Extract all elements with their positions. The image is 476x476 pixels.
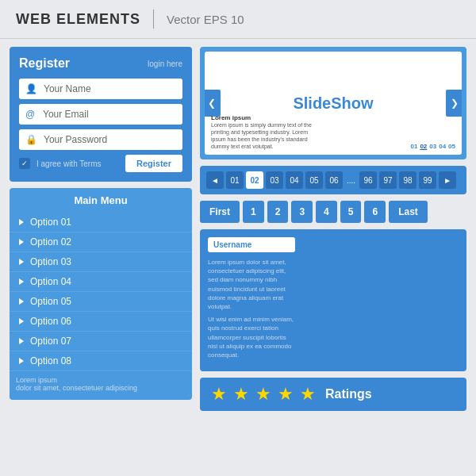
right-column: ❮ SlideShow ❯ Lorem ipsum Lorem ipsum is… — [192, 47, 466, 472]
card-para-1: Lorem ipsum dolor sit amet, consectetuer… — [208, 258, 295, 311]
star-5[interactable]: ★ — [300, 384, 316, 405]
page-04[interactable]: 04 — [286, 171, 303, 189]
arrow-icon-3 — [19, 259, 24, 265]
arrow-icon-7 — [19, 338, 24, 344]
card-left: Username Lorem ipsum dolor sit amet, con… — [208, 237, 295, 363]
menu-label-2: Option 02 — [30, 236, 71, 248]
card-para-2: Ut wisi enim ad minim veniam, quis nostr… — [208, 315, 295, 359]
name-field[interactable]: 👤 Your Name — [19, 79, 182, 99]
menu-item-2[interactable]: Option 02 — [10, 232, 192, 252]
page-97[interactable]: 97 — [379, 171, 397, 189]
menu-title: Main Menu — [10, 194, 192, 209]
slide-dot-3[interactable]: 03 — [429, 143, 436, 150]
app-title: WEB ELEMENTS — [16, 11, 140, 28]
password-field[interactable]: 🔒 Your Password — [19, 129, 182, 150]
app-subtitle: Vector EPS 10 — [167, 13, 244, 26]
password-label: Your Password — [44, 134, 107, 145]
ratings-bar: ★ ★ ★ ★ ★ Ratings — [200, 378, 466, 411]
user-icon: 👤 — [25, 83, 37, 94]
header-divider — [153, 10, 154, 29]
lock-icon: 🔒 — [25, 134, 37, 145]
menu-item-8[interactable]: Option 08 — [10, 351, 192, 371]
page-99[interactable]: 99 — [419, 171, 436, 189]
email-icon: @ — [25, 109, 36, 120]
page-98[interactable]: 98 — [399, 171, 416, 189]
page-02[interactable]: 02 — [246, 171, 263, 189]
page-btn-6[interactable]: 6 — [364, 201, 386, 223]
slideshow-inner: ❮ SlideShow ❯ Lorem ipsum Lorem ipsum is… — [205, 52, 462, 155]
star-2[interactable]: ★ — [233, 384, 249, 405]
arrow-icon-8 — [19, 358, 24, 364]
slide-dot-1[interactable]: 01 — [410, 143, 417, 150]
page-05[interactable]: 05 — [305, 171, 323, 189]
page-btn-3[interactable]: 3 — [291, 201, 313, 223]
page-btn-4[interactable]: 4 — [316, 201, 337, 223]
slideshow-footer: Lorem ipsum Lorem ipsum is simply dummy … — [211, 114, 455, 150]
page-01[interactable]: 01 — [226, 171, 244, 189]
page-96[interactable]: 96 — [359, 171, 377, 189]
login-link[interactable]: login here — [148, 60, 182, 68]
pagination-next[interactable]: ► — [439, 171, 456, 189]
menu-label-8: Option 08 — [30, 355, 71, 367]
email-label: Your Email — [43, 109, 89, 120]
username-field[interactable]: Username — [208, 237, 295, 252]
header: WEB ELEMENTS Vector EPS 10 — [0, 0, 476, 39]
slide-dot-2[interactable]: 02 — [420, 143, 427, 150]
menu-label-7: Option 07 — [30, 336, 71, 347]
card-text-1: Lorem ipsum dolor sit amet, consectetuer… — [208, 258, 295, 359]
email-field[interactable]: @ Your Email — [19, 104, 182, 125]
star-4[interactable]: ★ — [278, 384, 294, 405]
star-3[interactable]: ★ — [255, 384, 271, 405]
arrow-icon-6 — [19, 318, 24, 324]
menu-item-4[interactable]: Option 04 — [10, 272, 192, 292]
checkbox-row: ✓ I agree with Terms Register — [19, 155, 182, 172]
ratings-label: Ratings — [325, 387, 372, 401]
page-btn-2[interactable]: 2 — [267, 201, 289, 223]
agree-label: I agree with Terms — [36, 159, 119, 168]
main-menu: Main Menu Option 01 Option 02 Option 03 … — [10, 188, 192, 400]
star-1[interactable]: ★ — [211, 384, 227, 405]
menu-item-1[interactable]: Option 01 — [10, 213, 192, 232]
menu-footer: Lorem ipsumdolor sit amet, consectetuer … — [10, 371, 192, 393]
register-button[interactable]: Register — [125, 155, 182, 172]
arrow-icon-1 — [19, 219, 24, 225]
name-label: Your Name — [44, 83, 91, 94]
slideshow: ❮ SlideShow ❯ Lorem ipsum Lorem ipsum is… — [200, 47, 466, 159]
menu-item-3[interactable]: Option 03 — [10, 252, 192, 272]
lorem-detail: Lorem ipsum is simply dummy text of the … — [211, 121, 322, 150]
arrow-icon-5 — [19, 298, 24, 305]
slideshow-caption: Lorem ipsum Lorem ipsum is simply dummy … — [211, 114, 322, 150]
register-form: Register login here 👤 Your Name @ Your E… — [10, 47, 192, 182]
menu-label-3: Option 03 — [30, 256, 71, 267]
menu-item-5[interactable]: Option 05 — [10, 292, 192, 312]
pagination-prev[interactable]: ◄ — [206, 171, 224, 189]
menu-label-1: Option 01 — [30, 217, 71, 228]
slide-indicators: 01 02 03 04 05 — [410, 143, 455, 150]
menu-label-6: Option 06 — [30, 316, 71, 327]
slideshow-prev-button[interactable]: ❮ — [205, 90, 221, 117]
page-btn-1[interactable]: 1 — [243, 201, 264, 223]
page-btn-5[interactable]: 5 — [340, 201, 362, 223]
arrow-icon-2 — [19, 239, 24, 245]
pagination: ◄ 01 02 03 04 05 06 .... 96 97 98 99 ► — [200, 166, 466, 194]
lorem-title: Lorem ipsum — [211, 114, 322, 121]
menu-item-7[interactable]: Option 07 — [10, 332, 192, 351]
content-card: Username Lorem ipsum dolor sit amet, con… — [200, 229, 466, 371]
menu-label-4: Option 04 — [30, 276, 71, 287]
register-title: Register — [19, 56, 70, 71]
slide-dot-5[interactable]: 05 — [448, 143, 455, 150]
page-06[interactable]: 06 — [325, 171, 343, 189]
slide-dot-4[interactable]: 04 — [439, 143, 446, 150]
last-button[interactable]: Last — [389, 201, 428, 223]
page-03[interactable]: 03 — [266, 171, 283, 189]
agree-checkbox[interactable]: ✓ — [19, 158, 30, 169]
first-button[interactable]: First — [200, 201, 240, 223]
nav-buttons: First 1 2 3 4 5 6 Last — [200, 201, 466, 223]
main-content: Register login here 👤 Your Name @ Your E… — [0, 39, 476, 476]
menu-footer-text: Lorem ipsumdolor sit amet, consectetuer … — [16, 376, 186, 392]
slideshow-next-button[interactable]: ❯ — [446, 90, 462, 117]
checkmark-icon: ✓ — [21, 159, 28, 167]
arrow-icon-4 — [19, 278, 24, 285]
menu-item-6[interactable]: Option 06 — [10, 312, 192, 332]
slideshow-title: SlideShow — [293, 94, 373, 113]
